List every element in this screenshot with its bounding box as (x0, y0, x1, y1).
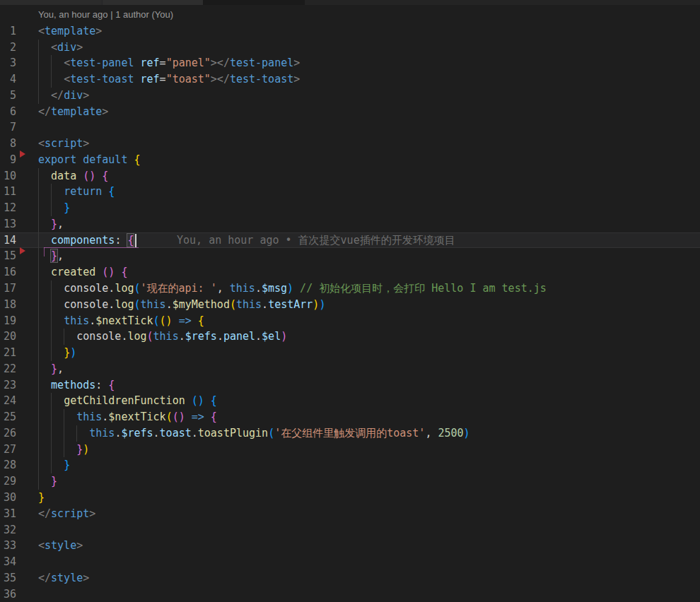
code-text[interactable]: } (38, 200, 70, 216)
code-token: ref (141, 73, 160, 85)
code-text[interactable]: } (38, 457, 70, 473)
line-number[interactable]: 7 (0, 119, 16, 136)
line-number[interactable]: 10 (0, 168, 16, 184)
code-text[interactable]: return { (38, 184, 115, 200)
line-number[interactable]: 26 (0, 425, 16, 442)
line-number[interactable]: 36 (0, 586, 16, 602)
code-text[interactable]: </template> (38, 104, 108, 120)
line-number[interactable]: 8 (0, 136, 16, 152)
line-number[interactable]: 24 (0, 393, 16, 409)
line-number[interactable]: 22 (0, 361, 16, 377)
code-text[interactable]: } (38, 473, 57, 490)
codelens-blame-annotation[interactable]: You, an hour ago | 1 author (You) (38, 7, 173, 23)
code-text[interactable]: }, (38, 248, 64, 264)
code-text[interactable]: <test-toast ref="toast"></test-toast> (38, 71, 300, 88)
gutter-marker-icon[interactable] (20, 247, 25, 254)
line-number[interactable]: 30 (0, 490, 16, 506)
code-token: log (115, 298, 134, 311)
code-text[interactable]: export default { (38, 152, 141, 168)
bracket-pair-guide-horizontal (44, 247, 139, 248)
code-text[interactable]: components: { (38, 232, 134, 249)
line-number[interactable]: 18 (0, 297, 16, 313)
line-number[interactable]: 6 (0, 104, 16, 120)
line-number[interactable]: 29 (0, 473, 16, 490)
code-text[interactable]: this.$nextTick(() => { (38, 313, 204, 329)
tab-active[interactable] (203, 0, 305, 5)
line-number[interactable]: 14 (0, 232, 16, 249)
code-text[interactable]: } (38, 490, 45, 506)
line-number[interactable]: 13 (0, 216, 16, 232)
line-number[interactable]: 20 (0, 329, 16, 345)
code-text[interactable]: console.log(this.$myMethod(this.testArr)… (38, 297, 325, 313)
code-token: { (121, 266, 127, 278)
line-number[interactable]: 3 (0, 55, 16, 71)
code-text[interactable]: <script> (38, 136, 89, 152)
code-token: . (217, 330, 223, 343)
code-rows: You, an hour ago | 1 author (You) 1<temp… (0, 5, 700, 602)
code-text[interactable]: </div> (38, 88, 89, 104)
line-number[interactable]: 2 (0, 40, 16, 56)
code-text[interactable]: }, (38, 216, 64, 232)
code-text[interactable]: console.log('现在的api: ', this.$msg) // 初始… (38, 281, 547, 297)
code-text[interactable]: created () { (38, 264, 127, 281)
line-number[interactable]: 9 (0, 152, 16, 168)
code-text[interactable]: this.$nextTick(() => { (38, 409, 217, 425)
code-text[interactable]: this.$refs.toast.toastPlugin('在父组件里触发调用的… (38, 425, 470, 442)
code-line: 23 methods: { (0, 377, 700, 394)
line-number[interactable]: 11 (0, 184, 16, 200)
line-number[interactable]: 23 (0, 377, 16, 394)
code-token: // 初始化项目时，会打印 Hello I am test.js (293, 282, 547, 295)
code-text[interactable]: <div> (38, 40, 83, 56)
code-token: ></ (211, 57, 230, 69)
line-number[interactable]: 33 (0, 538, 16, 554)
code-text[interactable]: methods: { (38, 377, 115, 394)
code-text[interactable]: data () { (38, 168, 108, 184)
code-token: . (255, 330, 262, 343)
code-token: { (211, 411, 217, 423)
code-text[interactable]: }) (38, 345, 76, 361)
line-number[interactable]: 12 (0, 200, 16, 216)
code-text[interactable]: }) (38, 442, 89, 458)
code-text[interactable]: <style> (38, 538, 83, 554)
gutter-marker-icon[interactable] (20, 150, 25, 158)
bracket-match: } (51, 249, 57, 262)
line-number[interactable]: 25 (0, 409, 16, 425)
line-number[interactable]: 4 (0, 71, 16, 88)
code-token: . (179, 330, 185, 343)
code-text[interactable]: console.log(this.$refs.panel.$el) (38, 329, 287, 345)
code-text[interactable]: <test-panel ref="panel"></test-panel> (38, 55, 300, 71)
line-number[interactable]: 15 (0, 248, 16, 264)
code-line: 14 components: {You, an hour ago • 首次提交v… (0, 232, 700, 249)
line-number[interactable]: 28 (0, 457, 16, 473)
line-number[interactable]: 31 (0, 506, 16, 522)
code-text[interactable]: }, (38, 361, 64, 377)
line-number[interactable]: 5 (0, 88, 16, 104)
code-editor[interactable]: You, an hour ago | 1 author (You) 1<temp… (0, 5, 700, 602)
code-token: : (115, 234, 127, 247)
inline-blame-annotation: You, an hour ago • 首次提交vue插件的开发环境项目 (177, 232, 455, 249)
code-token (38, 394, 64, 407)
line-number[interactable]: 32 (0, 522, 16, 538)
line-number[interactable]: 16 (0, 264, 16, 281)
line-number[interactable]: 27 (0, 442, 16, 458)
code-token (95, 266, 102, 278)
tab-1[interactable] (0, 0, 102, 5)
code-text[interactable]: <template> (38, 23, 102, 40)
line-number[interactable]: 17 (0, 281, 16, 297)
code-text[interactable]: getChildrenFunction () { (38, 393, 217, 409)
code-text[interactable]: </script> (38, 506, 95, 522)
line-number[interactable]: 1 (0, 23, 16, 40)
code-token: . (166, 298, 173, 311)
code-token: } (64, 459, 70, 471)
code-token (185, 411, 192, 423)
line-number[interactable]: 35 (0, 570, 16, 586)
code-token: created (51, 266, 95, 278)
tabbar-rest[interactable] (305, 0, 700, 5)
code-token (38, 201, 64, 214)
line-number[interactable]: 19 (0, 313, 16, 329)
tab-bar[interactable] (0, 0, 700, 5)
code-text[interactable]: </style> (38, 570, 89, 586)
line-number[interactable]: 21 (0, 345, 16, 361)
tab-2[interactable] (103, 0, 203, 5)
line-number[interactable]: 34 (0, 554, 16, 570)
